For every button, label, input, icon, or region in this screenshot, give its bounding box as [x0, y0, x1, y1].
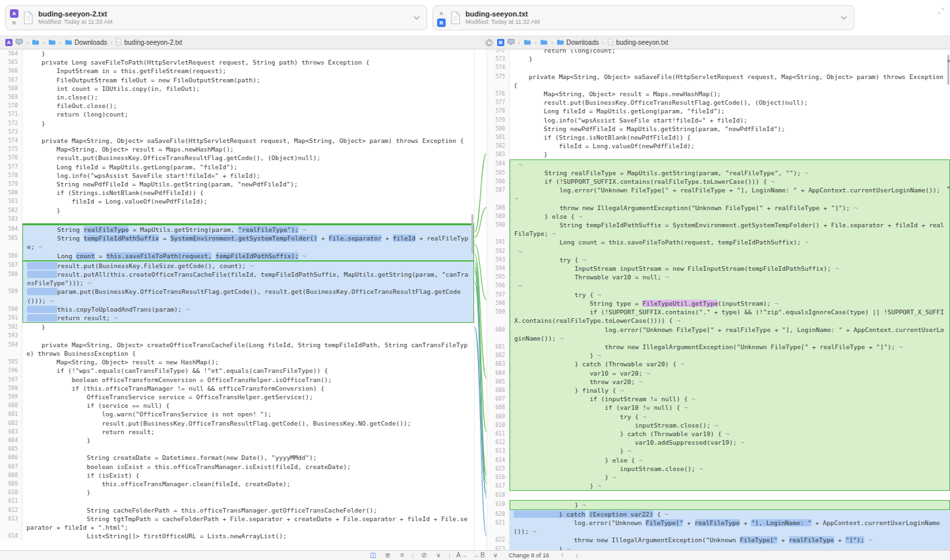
code-line[interactable]: 609 try { ¬: [487, 412, 950, 421]
code-line[interactable]: 613 } ¬: [487, 447, 950, 455]
code-line[interactable]: 606 } finally { ¬: [487, 386, 950, 395]
slot-b-badge[interactable]: B: [437, 18, 446, 27]
code-line[interactable]: 608 if (var10 != null) { ¬: [487, 403, 950, 412]
slot-a-badge[interactable]: A: [10, 9, 18, 18]
code-line[interactable]: 596 ¬: [487, 281, 950, 290]
code-text: OfficeTransService service = OfficeTrans…: [22, 393, 474, 401]
previous-change-button[interactable]: ↑: [558, 552, 566, 559]
newline-marker: ¬: [299, 252, 306, 260]
breadcrumb-item-computer[interactable]: [507, 38, 515, 47]
code-line[interactable]: 597 try { ¬: [487, 291, 950, 299]
blocks-view-icon[interactable]: ◫: [369, 552, 377, 559]
code-line[interactable]: 603 } catch (Throwable var20) { ¬: [487, 360, 950, 368]
refresh-icon[interactable]: [485, 39, 493, 47]
code-line[interactable]: 623 } ¬: [487, 545, 950, 550]
code-line[interactable]: 601 throw new IllegalArgumentException("…: [487, 343, 950, 351]
code-line[interactable]: 619 } ¬: [487, 500, 950, 510]
code-line[interactable]: 587 log.error("Unknown FileType[" + real…: [487, 186, 950, 203]
code-line[interactable]: 588 result.putAll(this.createOfficeTrans…: [0, 270, 474, 287]
breadcrumb-item-buding-seeyon-txt[interactable]: buding-seeyon.txt: [607, 38, 668, 47]
unified-view-icon[interactable]: ≡: [398, 552, 406, 559]
breadcrumb-item-folder[interactable]: [48, 39, 56, 47]
code-line[interactable]: 590 String tempFileIdPathSuffix = System…: [487, 221, 950, 238]
code-line[interactable]: 600 log.error("Unknown FileType[" + real…: [487, 325, 950, 343]
file-card-b[interactable]: A B buding-seeyon.txt Modified: Today at…: [432, 5, 854, 30]
code-text: } catch (Throwable var19) { ¬: [510, 430, 950, 438]
code-line[interactable]: 586 if (!SUPPORT_SUFFIX.contains(realFil…: [487, 177, 950, 186]
code-line: 577 result.put(BusinessKey.OfficeTransRe…: [487, 98, 950, 107]
code-line[interactable]: 591 return result; ¬: [0, 314, 474, 323]
code-line[interactable]: 598 String type = FileTypeUtil.getType(i…: [487, 299, 950, 308]
code-line[interactable]: 616 } ¬: [487, 473, 950, 482]
fluid-view-icon[interactable]: ≣: [384, 552, 392, 559]
code-text: private Map<String, Object> oaSaveFile(H…: [510, 72, 950, 90]
code-line[interactable]: 617 } ¬: [487, 482, 950, 491]
code-line[interactable]: 622 throw new IllegalArgumentException("…: [487, 536, 950, 544]
code-line[interactable]: 620 } catch (Exception var22) { ¬: [487, 510, 950, 518]
scrollbar-thumb[interactable]: [471, 214, 473, 254]
breadcrumb-item-computer[interactable]: [15, 38, 23, 47]
copy-a-to-b-icon[interactable]: A→: [456, 552, 467, 559]
breadcrumb-item-folder[interactable]: [523, 39, 531, 47]
code-line[interactable]: 607 if (inputStream != null) { ¬: [487, 395, 950, 403]
code-line[interactable]: 599 if (!SUPPORT_SUFFIX.contains("." + t…: [487, 308, 950, 325]
line-number: 577: [487, 98, 510, 107]
chevron-down-icon[interactable]: [413, 16, 420, 20]
chevron-down-icon[interactable]: [841, 16, 847, 20]
code-line[interactable]: 604 var10 = var20; ¬: [487, 369, 950, 378]
next-change-button[interactable]: ↓: [573, 552, 581, 559]
changed-token-highlight: "realFileType");: [238, 226, 299, 233]
breadcrumb-item-downloads[interactable]: Downloads: [65, 39, 107, 47]
line-number: 578: [487, 107, 510, 115]
code-line[interactable]: 585 String realFileType = MapUtils.getSt…: [487, 169, 950, 177]
file-icon: [115, 38, 122, 47]
code-line[interactable]: 614 } else { ¬: [487, 456, 950, 464]
line-number: 615: [487, 464, 510, 473]
code-line[interactable]: 595 Throwable var10 = null; ¬: [487, 273, 950, 281]
code-line[interactable]: 585 String tempFileIdPathSuffix = System…: [0, 234, 474, 251]
code-line: 618: [487, 491, 950, 499]
scrollbar-thumb[interactable]: [947, 55, 949, 85]
code-line[interactable]: 589 } else { ¬: [487, 212, 950, 221]
code-line[interactable]: 588 throw new IllegalArgumentException("…: [487, 204, 950, 212]
code-line[interactable]: 602 } ¬: [487, 351, 950, 360]
code-line[interactable]: 621 log.error("Unknown FileType[" + real…: [487, 518, 950, 536]
breadcrumb-item-downloads[interactable]: Downloads: [556, 39, 599, 47]
breadcrumb-item-buding-seeyon-2-txt[interactable]: buding-seeyon-2.txt: [115, 38, 182, 47]
code-line[interactable]: 615 inputStream.close(); ¬: [487, 464, 950, 473]
code-line[interactable]: 584 ¬: [487, 159, 950, 169]
code-line[interactable]: 584 String realFileType = MapUtils.getSt…: [0, 225, 474, 234]
code-text: [22, 445, 474, 453]
breadcrumb-item-folder[interactable]: [32, 39, 40, 47]
code-line[interactable]: 610 inputStream.close(); ¬: [487, 421, 950, 430]
code-line[interactable]: 612 var10.addSuppressed(var19); ¬: [487, 438, 950, 447]
code-line[interactable]: 589 param.put(BusinessKey.OfficeTransRes…: [0, 287, 474, 304]
code-line[interactable]: 605 throw var20; ¬: [487, 378, 950, 386]
expand-icon[interactable]: [937, 5, 945, 17]
code-line: 604 }: [0, 436, 474, 445]
code-line: 592 }: [0, 323, 474, 331]
ignore-changes-icon[interactable]: ⊘: [420, 552, 428, 559]
code-line[interactable]: 591 Long count = this.saveFileToPath(req…: [487, 238, 950, 246]
change-marker-tick: [947, 60, 950, 62]
computer-icon: [507, 38, 515, 47]
line-number: 596: [0, 366, 22, 375]
code-line[interactable]: 593 try { ¬: [487, 256, 950, 264]
slot-b-badge[interactable]: B: [10, 18, 18, 27]
code-line[interactable]: 590 this.copyToUploadAndTrans(param); ¬: [0, 305, 474, 314]
slot-a-badge[interactable]: A: [437, 9, 446, 18]
view-options-chevron-icon[interactable]: ∨: [434, 552, 442, 559]
code-line[interactable]: 611 } catch (Throwable var19) { ¬: [487, 430, 950, 438]
breadcrumb-item-folder[interactable]: [540, 39, 548, 47]
code-text: List<String[]> firstOfficeURL = Lists.ne…: [22, 532, 474, 540]
code-line[interactable]: 594 InputStream inputStream = new FileIn…: [487, 264, 950, 273]
changed-token-highlight: (Exception var22): [589, 511, 653, 518]
file-card-a[interactable]: A B buding-seeyon-2.txt Modified: Today …: [5, 5, 427, 30]
code-line[interactable]: 587 result.put(BusinessKey.FileSize.getC…: [0, 261, 474, 270]
code-line[interactable]: 586 Long count = this.saveFileToPath(req…: [0, 252, 474, 261]
line-number: 566: [0, 67, 22, 75]
merge-options-chevron-icon[interactable]: ∨: [491, 552, 499, 559]
code-line[interactable]: 592 ¬: [487, 247, 950, 256]
line-number: 603: [0, 428, 22, 436]
newline-marker: ¬: [801, 169, 808, 177]
